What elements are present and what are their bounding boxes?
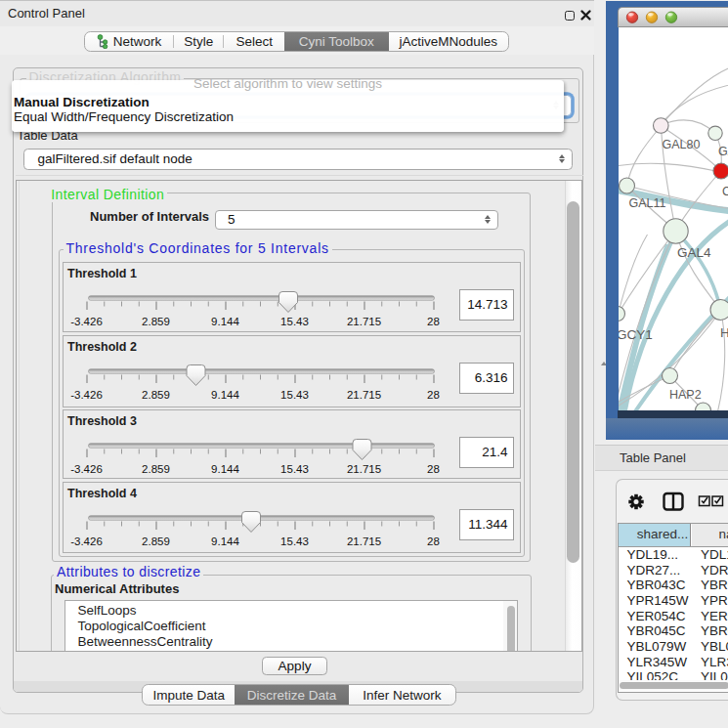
svg-text:GAL11: GAL11 [628, 196, 665, 210]
svg-text:H: H [720, 325, 728, 340]
svg-text:CD: CD [722, 185, 728, 198]
svg-text:GAL4: GAL4 [677, 245, 711, 260]
svg-text:GCY1: GCY1 [619, 327, 653, 342]
svg-text:GAL80: GAL80 [662, 138, 700, 151]
svg-text:HAP2: HAP2 [669, 388, 702, 402]
svg-text:GA: GA [718, 145, 728, 158]
